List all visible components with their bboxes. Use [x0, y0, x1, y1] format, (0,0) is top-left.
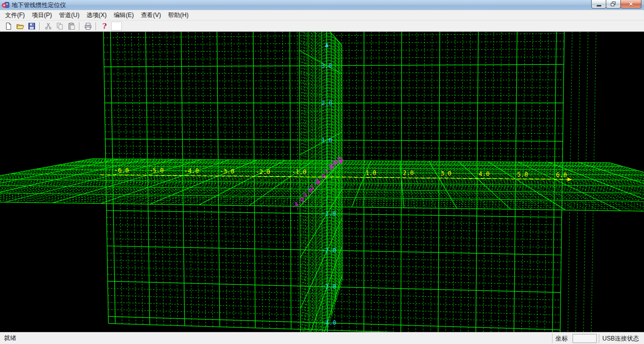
- toolbar: ?: [0, 21, 644, 32]
- app-icon: [2, 1, 10, 9]
- menu-bar: 文件(F) 项目(P) 管道(U) 选项(X) 编辑(E) 查看(V) 帮助(H…: [0, 10, 644, 21]
- help-button[interactable]: ?: [99, 21, 110, 31]
- x-axis-tick-label: 1.0: [365, 169, 376, 177]
- menu-view[interactable]: 查看(V): [139, 10, 163, 21]
- x-axis-tick-label: 3.0: [441, 170, 452, 177]
- copy-icon: [56, 22, 64, 30]
- save-button[interactable]: [26, 21, 37, 31]
- menu-file[interactable]: 文件(F): [3, 10, 27, 21]
- x-axis-tick-label: 4.0: [478, 170, 490, 178]
- save-floppy-icon: [28, 22, 36, 30]
- status-coordinate-label: 坐标: [552, 334, 571, 343]
- close-button[interactable]: ✕: [620, 0, 641, 9]
- print-button[interactable]: [82, 21, 94, 31]
- menu-pipeline[interactable]: 管道(U): [57, 10, 82, 21]
- minimize-icon: [597, 5, 601, 7]
- status-usb-state: USB连接状态: [599, 334, 644, 343]
- print-icon: [84, 22, 92, 30]
- x-axis-tick-label: -6.0: [114, 167, 129, 174]
- new-document-icon: [5, 22, 13, 30]
- paste-button[interactable]: [65, 21, 77, 31]
- copy-button[interactable]: [54, 21, 65, 31]
- minimize-button[interactable]: [591, 0, 606, 9]
- window-controls: ✕: [592, 0, 641, 9]
- x-axis-tick-label: 5.0: [517, 171, 528, 178]
- toolbar-separator: [79, 22, 80, 30]
- svg-text:?: ?: [102, 22, 107, 30]
- grid-plane-front: [104, 32, 596, 332]
- x-axis-tick-label: -1.0: [292, 168, 306, 176]
- y-axis-tick-label: 1.0: [321, 137, 333, 144]
- y-axis-tick-label: -4.0: [322, 319, 337, 326]
- menu-options[interactable]: 选项(X): [85, 10, 109, 21]
- status-coordinate-value: [573, 334, 597, 343]
- toolbar-separator: [96, 22, 97, 30]
- help-question-icon: ?: [101, 22, 109, 30]
- x-axis-tick-label: -3.0: [220, 168, 234, 175]
- menu-project[interactable]: 项目(P): [30, 10, 54, 21]
- viewport-3d[interactable]: -6.0-5.0-4.0-3.0-2.0-1.01.02.03.04.05.06…: [0, 32, 644, 332]
- scene-svg: -6.0-5.0-4.0-3.0-2.0-1.01.02.03.04.05.06…: [0, 32, 644, 332]
- paste-clipboard-icon: [67, 22, 75, 30]
- x-axis-tick-label: -5.0: [149, 167, 164, 174]
- new-button[interactable]: [3, 21, 14, 31]
- cut-scissors-icon: [44, 22, 52, 30]
- x-axis-tick-label: -4.0: [184, 167, 199, 175]
- y-axis-tick-label: -3.0: [321, 283, 336, 290]
- cut-button[interactable]: [42, 21, 54, 31]
- x-axis-tick-label: -2.0: [256, 168, 270, 176]
- toolbar-separator: [39, 22, 40, 30]
- x-axis-tick-label: 6.0: [556, 171, 567, 179]
- y-axis-tick-label: 3.0: [321, 62, 333, 69]
- y-axis-tick-label: -2.0: [321, 247, 336, 254]
- x-axis-tick-label: 2.0: [403, 169, 414, 177]
- status-bar: 就绪 坐标 USB连接状态: [0, 332, 644, 344]
- y-axis-tick-label: 2.0: [321, 100, 333, 107]
- menu-edit[interactable]: 编辑(E): [112, 10, 136, 21]
- restore-button[interactable]: [606, 0, 621, 9]
- open-folder-icon: [16, 22, 24, 30]
- menu-help[interactable]: 帮助(H): [166, 10, 191, 21]
- window-title: 地下管线惯性定位仪: [12, 0, 66, 10]
- open-button[interactable]: [14, 21, 26, 31]
- y-axis-tick-label: -1.0: [321, 210, 336, 217]
- status-ready: 就绪: [0, 334, 552, 342]
- app-window: 地下管线惯性定位仪 ✕ 文件(F) 项目(P) 管道(U) 选项(X) 编辑(E…: [0, 0, 644, 344]
- blank-swatch-button[interactable]: [111, 22, 122, 31]
- restore-icon: [611, 2, 616, 7]
- close-icon: ✕: [628, 1, 633, 8]
